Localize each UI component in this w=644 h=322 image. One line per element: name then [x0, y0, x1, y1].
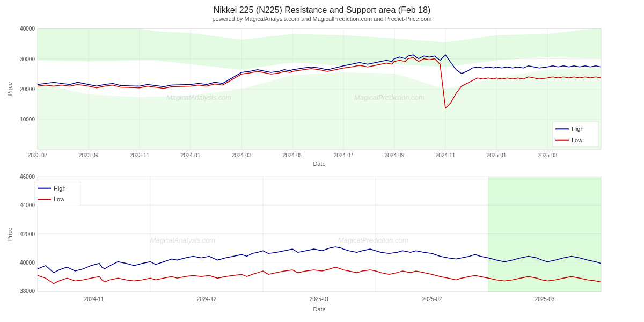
chart1-wrapper: 40000 30000 20000 10000 Price 2023-07 20…: [5, 23, 639, 171]
svg-text:2024-11: 2024-11: [436, 152, 456, 158]
svg-text:38000: 38000: [20, 288, 35, 294]
svg-text:MagicalPrediction.com: MagicalPrediction.com: [354, 93, 425, 101]
svg-text:2025-01: 2025-01: [487, 152, 507, 158]
svg-text:2024-03: 2024-03: [232, 152, 252, 158]
svg-text:MagicalPrediction.com: MagicalPrediction.com: [338, 236, 408, 244]
svg-marker-59: [488, 177, 601, 292]
page-container: Nikkei 225 (N225) Resistance and Support…: [0, 0, 644, 322]
svg-text:2025-02: 2025-02: [422, 296, 442, 302]
svg-text:2023-11: 2023-11: [130, 152, 150, 158]
svg-text:2025-03: 2025-03: [535, 296, 555, 302]
svg-text:10000: 10000: [20, 116, 35, 122]
svg-text:2023-07: 2023-07: [28, 152, 48, 158]
chart2-wrapper: 46000 44000 42000 40000 38000 Price 2024…: [5, 171, 639, 319]
svg-text:Price: Price: [6, 228, 13, 241]
svg-text:Date: Date: [313, 306, 325, 312]
svg-text:2025-01: 2025-01: [310, 296, 330, 302]
svg-text:High: High: [572, 126, 584, 132]
svg-text:2025-03: 2025-03: [538, 152, 558, 158]
svg-text:46000: 46000: [20, 174, 35, 180]
svg-text:20000: 20000: [20, 86, 35, 92]
svg-text:42000: 42000: [20, 231, 35, 237]
svg-text:2024-11: 2024-11: [84, 296, 104, 302]
svg-text:30000: 30000: [20, 56, 35, 62]
svg-text:2024-01: 2024-01: [181, 152, 201, 158]
svg-text:40000: 40000: [20, 26, 35, 32]
svg-text:High: High: [54, 185, 66, 192]
main-title: Nikkei 225 (N225) Resistance and Support…: [5, 5, 639, 15]
svg-text:44000: 44000: [20, 202, 35, 208]
page-header: Nikkei 225 (N225) Resistance and Support…: [5, 5, 639, 22]
svg-text:2024-07: 2024-07: [334, 152, 354, 158]
charts-area: 40000 30000 20000 10000 Price 2023-07 20…: [5, 23, 639, 319]
svg-text:Low: Low: [572, 137, 583, 143]
chart1-svg: 40000 30000 20000 10000 Price 2023-07 20…: [5, 23, 639, 171]
chart2-svg: 46000 44000 42000 40000 38000 Price 2024…: [5, 171, 639, 319]
svg-text:40000: 40000: [20, 260, 35, 266]
svg-text:Low: Low: [54, 196, 65, 202]
svg-text:2024-09: 2024-09: [385, 152, 405, 158]
svg-text:2024-05: 2024-05: [283, 152, 303, 158]
subtitle: powered by MagicalAnalysis.com and Magic…: [5, 16, 639, 22]
svg-text:Price: Price: [6, 82, 13, 96]
svg-text:Date: Date: [313, 160, 325, 167]
svg-text:2024-12: 2024-12: [197, 296, 217, 302]
svg-text:MagicalAnalysis.com: MagicalAnalysis.com: [150, 236, 215, 244]
svg-text:MagicalAnalysis.com: MagicalAnalysis.com: [166, 93, 231, 101]
svg-text:2023-09: 2023-09: [79, 152, 99, 158]
